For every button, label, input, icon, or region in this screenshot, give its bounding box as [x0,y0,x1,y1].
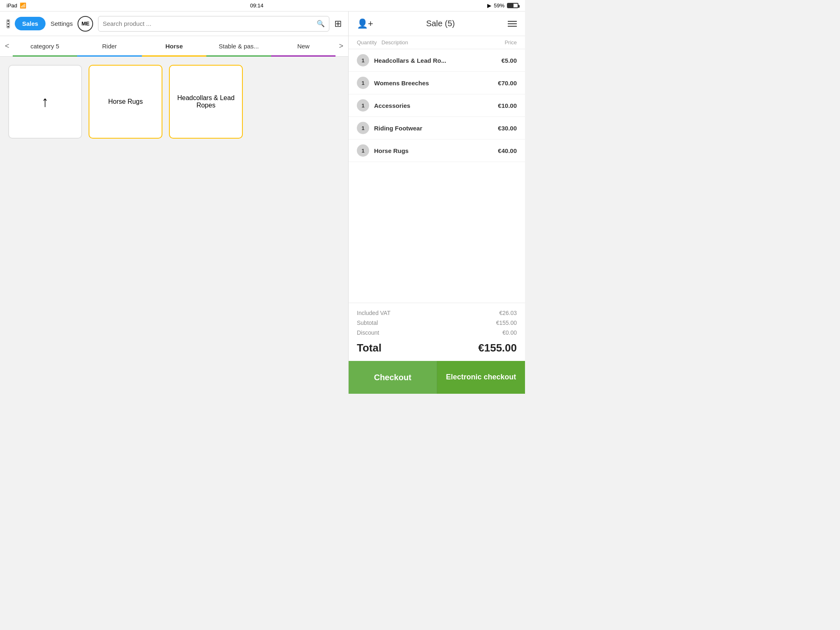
order-item-5[interactable]: 1 Horse Rugs €40.00 [349,139,525,162]
add-customer-button[interactable]: 👤+ [357,18,373,29]
item-name-5: Horse Rugs [369,147,498,154]
tab-stable-underline [206,55,271,57]
hamburger-line3 [508,26,517,27]
hamburger-line2 [508,23,517,24]
wifi-icon: 📶 [20,2,26,9]
item-price-3: €10.00 [498,102,517,109]
settings-button[interactable]: Settings [50,20,73,27]
product-horse-rugs-label: Horse Rugs [108,98,143,105]
qty-badge-1: 1 [357,54,369,66]
tab-prev-button[interactable]: < [2,36,13,56]
hamburger-button[interactable] [508,21,517,27]
tab-new-underline [271,55,336,57]
status-bar: iPad 📶 09:14 ▶ 59% [0,0,525,11]
qty-badge-4: 1 [357,122,369,134]
discount-row: Discount €0.00 [357,328,517,338]
subtotal-value: €155.00 [496,320,517,326]
tab-horse[interactable]: Horse [142,36,207,57]
tab-rider-label: Rider [102,36,117,57]
status-right: ▶ 59% [487,2,518,9]
sale-header: 👤+ Sale (5) [349,11,525,36]
item-price-1: €5.00 [501,57,517,64]
order-item-1[interactable]: 1 Headcollars & Lead Ro... €5.00 [349,49,525,72]
battery-percent: 59% [494,2,504,9]
battery-bar [507,3,518,8]
total-label: Total [357,342,381,354]
tab-category5-label: category 5 [30,36,59,57]
product-card-headcollars[interactable]: Headcollars & Lead Ropes [169,65,243,139]
search-icon: 🔍 [317,20,325,27]
product-card-back[interactable]: ↑ [8,65,82,139]
time-display: 09:14 [250,2,264,9]
item-name-3: Accessories [369,102,498,109]
left-panel: Sales Settings ME 🔍 ⊞ < category 5 [0,11,349,394]
search-button[interactable]: 🔍 [317,20,325,27]
item-name-4: Riding Footwear [369,125,498,132]
right-panel: 👤+ Sale (5) Quantity Description Price 1… [349,11,525,394]
order-item-4[interactable]: 1 Riding Footwear €30.00 [349,117,525,139]
tab-next-button[interactable]: > [336,36,347,56]
order-table-header: Quantity Description Price [349,36,525,49]
tab-new-label: New [297,36,310,57]
tabs-container: category 5 Rider Horse Stable & pas... N… [13,36,336,57]
product-headcollars-label: Headcollars & Lead Ropes [175,94,237,109]
totals-section: Included VAT €26.03 Subtotal €155.00 Dis… [349,303,525,361]
order-items: 1 Headcollars & Lead Ro... €5.00 1 Women… [349,49,525,303]
qty-badge-2: 1 [357,77,369,89]
subtotal-row: Subtotal €155.00 [357,318,517,328]
col-price-header: Price [504,39,517,46]
col-description-header: Description [381,39,504,46]
menu-dots-button[interactable] [7,19,10,28]
back-arrow-icon: ↑ [41,93,49,110]
search-input[interactable] [103,20,317,27]
toolbar: Sales Settings ME 🔍 ⊞ [0,11,348,36]
checkout-button[interactable]: Checkout [349,361,437,394]
qty-badge-5: 1 [357,144,369,157]
total-value: €155.00 [478,342,517,354]
vat-label: Included VAT [357,310,390,316]
tab-stable-label: Stable & pas... [219,36,259,57]
vat-value: €26.03 [499,310,517,316]
tab-rider-underline [77,55,142,57]
calculator-icon: ⊞ [334,18,342,29]
device-label: iPad [7,2,17,9]
item-price-2: €70.00 [498,80,517,87]
col-quantity-header: Quantity [357,39,381,46]
dot3 [7,26,9,27]
discount-label: Discount [357,329,379,336]
add-customer-icon: 👤+ [357,18,373,29]
search-container: 🔍 [98,16,329,32]
category-tabs: < category 5 Rider Horse Stable & pas... [0,36,348,57]
electronic-checkout-button[interactable]: Electronic checkout [437,361,525,394]
location-icon: ▶ [487,2,491,9]
dot1 [7,20,9,22]
sales-button[interactable]: Sales [15,17,46,30]
discount-value: €0.00 [502,329,517,336]
dot2 [7,23,9,25]
item-name-2: Womens Breeches [369,80,498,87]
battery-fill [508,4,514,7]
tab-horse-underline [142,55,207,57]
sale-title: Sale (5) [426,19,455,28]
order-item-2[interactable]: 1 Womens Breeches €70.00 [349,72,525,94]
tab-stable[interactable]: Stable & pas... [206,36,271,57]
me-button[interactable]: ME [78,16,93,32]
tab-category5[interactable]: category 5 [13,36,78,57]
tab-new[interactable]: New [271,36,336,57]
main-container: Sales Settings ME 🔍 ⊞ < category 5 [0,11,525,394]
total-row: Total €155.00 [357,338,517,356]
product-card-horse-rugs[interactable]: Horse Rugs [89,65,162,139]
subtotal-label: Subtotal [357,320,378,326]
tab-rider[interactable]: Rider [77,36,142,57]
status-left: iPad 📶 [7,2,26,9]
tab-horse-label: Horse [165,36,183,57]
qty-badge-3: 1 [357,99,369,112]
item-price-4: €30.00 [498,125,517,132]
checkout-buttons: Checkout Electronic checkout [349,361,525,394]
order-item-3[interactable]: 1 Accessories €10.00 [349,94,525,117]
item-name-1: Headcollars & Lead Ro... [369,57,501,64]
tab-category5-underline [13,55,78,57]
hamburger-line1 [508,21,517,22]
calculator-button[interactable]: ⊞ [334,18,342,29]
vat-row: Included VAT €26.03 [357,308,517,318]
